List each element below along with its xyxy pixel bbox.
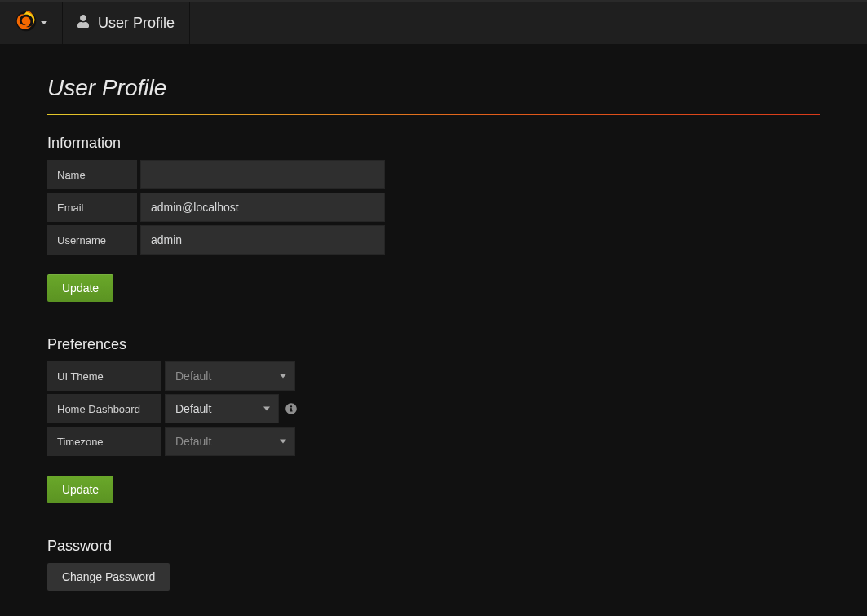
ui-theme-select[interactable]: Default xyxy=(165,361,295,391)
chevron-down-icon xyxy=(41,21,47,24)
label-name: Name xyxy=(47,160,137,189)
user-icon xyxy=(77,15,89,32)
timezone-value: Default xyxy=(175,435,211,448)
form-row-home-dashboard: Home Dashboard Default xyxy=(47,394,820,423)
navbar-page-title[interactable]: User Profile xyxy=(63,2,190,44)
information-actions: Update xyxy=(47,274,820,302)
email-input[interactable] xyxy=(140,193,385,222)
form-row-timezone: Timezone Default xyxy=(47,427,820,456)
preferences-form: UI Theme Default Home Dashboard Default … xyxy=(47,361,820,456)
name-input[interactable] xyxy=(140,160,385,189)
home-dashboard-select[interactable]: Default xyxy=(165,394,279,423)
label-home-dashboard: Home Dashboard xyxy=(47,394,161,423)
page-title: User Profile xyxy=(47,75,820,115)
page: User Profile Information Name Email User… xyxy=(0,44,867,616)
form-row-name: Name xyxy=(47,160,820,189)
section-heading-preferences: Preferences xyxy=(47,336,820,353)
home-dashboard-value: Default xyxy=(175,402,211,415)
chevron-down-icon xyxy=(280,374,286,379)
preferences-actions: Update xyxy=(47,476,820,503)
username-input[interactable] xyxy=(140,225,385,255)
label-timezone: Timezone xyxy=(47,427,161,456)
timezone-select[interactable]: Default xyxy=(165,427,295,456)
label-username: Username xyxy=(47,225,137,255)
ui-theme-value: Default xyxy=(175,370,211,383)
change-password-button[interactable]: Change Password xyxy=(47,563,170,591)
grafana-logo-menu[interactable] xyxy=(0,2,63,44)
home-dashboard-info-icon[interactable] xyxy=(282,394,300,423)
label-email: Email xyxy=(47,193,137,222)
password-actions: Change Password xyxy=(47,563,820,591)
chevron-down-icon xyxy=(263,407,270,411)
form-row-email: Email xyxy=(47,193,820,222)
label-ui-theme: UI Theme xyxy=(47,361,161,391)
information-form: Name Email Username xyxy=(47,160,820,255)
chevron-down-icon xyxy=(280,440,286,444)
form-row-ui-theme: UI Theme Default xyxy=(47,361,820,391)
update-preferences-button[interactable]: Update xyxy=(47,476,113,503)
section-heading-information: Information xyxy=(47,135,820,152)
navbar-title-text: User Profile xyxy=(98,15,175,32)
navbar: User Profile xyxy=(0,0,867,44)
grafana-logo-icon xyxy=(15,10,38,36)
update-information-button[interactable]: Update xyxy=(47,274,113,302)
section-heading-password: Password xyxy=(47,538,820,555)
form-row-username: Username xyxy=(47,225,820,255)
